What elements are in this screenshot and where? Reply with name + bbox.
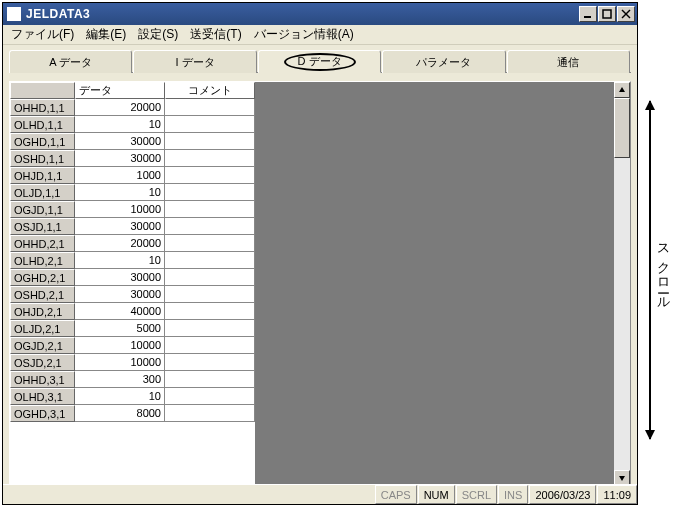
comment-cell[interactable] <box>165 184 255 201</box>
table-row[interactable]: OSHD,2,130000 <box>10 286 255 303</box>
comment-cell[interactable] <box>165 218 255 235</box>
data-cell[interactable]: 300 <box>75 371 165 388</box>
table-row[interactable]: OGHD,3,18000 <box>10 405 255 422</box>
comment-cell[interactable] <box>165 303 255 320</box>
data-cell[interactable]: 1000 <box>75 167 165 184</box>
row-header-cell[interactable]: OSHD,2,1 <box>10 286 75 303</box>
table-row[interactable]: OHJD,2,140000 <box>10 303 255 320</box>
table-row[interactable]: OLHD,3,110 <box>10 388 255 405</box>
data-cell[interactable]: 30000 <box>75 218 165 235</box>
row-header-cell[interactable]: OGJD,1,1 <box>10 201 75 218</box>
tab-comm[interactable]: 通信 <box>507 50 630 73</box>
row-header-cell[interactable]: OSHD,1,1 <box>10 150 75 167</box>
close-button[interactable] <box>617 6 635 22</box>
row-header-cell[interactable]: OLJD,1,1 <box>10 184 75 201</box>
table-row[interactable]: OGHD,2,130000 <box>10 269 255 286</box>
row-header-cell[interactable]: OLHD,2,1 <box>10 252 75 269</box>
row-header-cell[interactable]: OHHD,1,1 <box>10 99 75 116</box>
row-header-cell[interactable]: OGHD,1,1 <box>10 133 75 150</box>
tab-parameter[interactable]: パラメータ <box>382 50 505 73</box>
menu-edit[interactable]: 編集(E) <box>80 24 132 45</box>
comment-cell[interactable] <box>165 116 255 133</box>
row-header-cell[interactable]: OSJD,1,1 <box>10 218 75 235</box>
table-row[interactable]: OSJD,2,110000 <box>10 354 255 371</box>
menu-settings[interactable]: 設定(S) <box>132 24 184 45</box>
scroll-track[interactable] <box>614 98 630 470</box>
data-cell[interactable]: 30000 <box>75 150 165 167</box>
data-cell[interactable]: 10000 <box>75 201 165 218</box>
comment-cell[interactable] <box>165 405 255 422</box>
comment-cell[interactable] <box>165 252 255 269</box>
comment-cell[interactable] <box>165 354 255 371</box>
menu-version[interactable]: バージョン情報(A) <box>248 24 360 45</box>
data-cell[interactable]: 8000 <box>75 405 165 422</box>
data-cell[interactable]: 30000 <box>75 269 165 286</box>
menu-transfer[interactable]: 送受信(T) <box>184 24 247 45</box>
tab-i-data[interactable]: I データ <box>133 50 256 73</box>
table-row[interactable]: OLHD,1,110 <box>10 116 255 133</box>
vertical-scrollbar[interactable] <box>614 82 630 486</box>
data-cell[interactable]: 10 <box>75 388 165 405</box>
comment-cell[interactable] <box>165 150 255 167</box>
row-header-cell[interactable]: OGJD,2,1 <box>10 337 75 354</box>
comment-cell[interactable] <box>165 201 255 218</box>
table-row[interactable]: OSHD,1,130000 <box>10 150 255 167</box>
table-row[interactable]: OGJD,2,110000 <box>10 337 255 354</box>
table-row[interactable]: OGHD,1,130000 <box>10 133 255 150</box>
data-cell[interactable]: 10 <box>75 252 165 269</box>
scroll-thumb[interactable] <box>614 98 630 158</box>
table-row[interactable]: OLHD,2,110 <box>10 252 255 269</box>
tab-a-data[interactable]: A データ <box>9 50 132 73</box>
row-header-cell[interactable]: OGHD,3,1 <box>10 405 75 422</box>
comment-cell[interactable] <box>165 337 255 354</box>
tab-d-data[interactable]: D データ <box>258 50 381 73</box>
scroll-up-button[interactable] <box>614 82 630 98</box>
row-header-cell[interactable]: OHJD,2,1 <box>10 303 75 320</box>
table-row[interactable]: OGJD,1,110000 <box>10 201 255 218</box>
comment-cell[interactable] <box>165 320 255 337</box>
table-row[interactable]: OHHD,3,1300 <box>10 371 255 388</box>
comment-cell[interactable] <box>165 235 255 252</box>
row-header-cell[interactable]: OLHD,1,1 <box>10 116 75 133</box>
row-header-cell[interactable]: OHJD,1,1 <box>10 167 75 184</box>
comment-cell[interactable] <box>165 269 255 286</box>
annotation-label: スクロール <box>654 235 672 305</box>
col-header-comment[interactable]: コメント <box>165 82 255 99</box>
menu-file[interactable]: ファイル(F) <box>5 24 80 45</box>
data-cell[interactable]: 10 <box>75 184 165 201</box>
table-row[interactable]: OSJD,1,130000 <box>10 218 255 235</box>
data-cell[interactable]: 40000 <box>75 303 165 320</box>
data-cell[interactable]: 20000 <box>75 235 165 252</box>
table-row[interactable]: OLJD,1,110 <box>10 184 255 201</box>
data-cell[interactable]: 30000 <box>75 133 165 150</box>
row-header-cell[interactable]: OSJD,2,1 <box>10 354 75 371</box>
row-header-cell[interactable]: OHHD,3,1 <box>10 371 75 388</box>
comment-cell[interactable] <box>165 388 255 405</box>
data-cell[interactable]: 20000 <box>75 99 165 116</box>
table-row[interactable]: OHHD,1,120000 <box>10 99 255 116</box>
data-cell[interactable]: 10 <box>75 116 165 133</box>
maximize-button[interactable] <box>598 6 616 22</box>
table-row[interactable]: OHJD,1,11000 <box>10 167 255 184</box>
comment-cell[interactable] <box>165 99 255 116</box>
data-cell[interactable]: 10000 <box>75 354 165 371</box>
row-header-cell[interactable]: OLHD,3,1 <box>10 388 75 405</box>
comment-cell[interactable] <box>165 167 255 184</box>
row-header-cell[interactable]: OHHD,2,1 <box>10 235 75 252</box>
data-cell[interactable]: 10000 <box>75 337 165 354</box>
scroll-annotation: スクロール <box>649 95 672 445</box>
table-row[interactable]: OLJD,2,15000 <box>10 320 255 337</box>
col-header-rowid[interactable] <box>10 82 75 99</box>
comment-cell[interactable] <box>165 133 255 150</box>
svg-marker-4 <box>619 87 625 92</box>
data-cell[interactable]: 30000 <box>75 286 165 303</box>
data-cell[interactable]: 5000 <box>75 320 165 337</box>
row-header-cell[interactable]: OLJD,2,1 <box>10 320 75 337</box>
minimize-button[interactable] <box>579 6 597 22</box>
data-grid[interactable]: データ コメント OHHD,1,120000OLHD,1,110OGHD,1,1… <box>10 82 255 486</box>
comment-cell[interactable] <box>165 286 255 303</box>
col-header-data[interactable]: データ <box>75 82 165 99</box>
row-header-cell[interactable]: OGHD,2,1 <box>10 269 75 286</box>
comment-cell[interactable] <box>165 371 255 388</box>
table-row[interactable]: OHHD,2,120000 <box>10 235 255 252</box>
